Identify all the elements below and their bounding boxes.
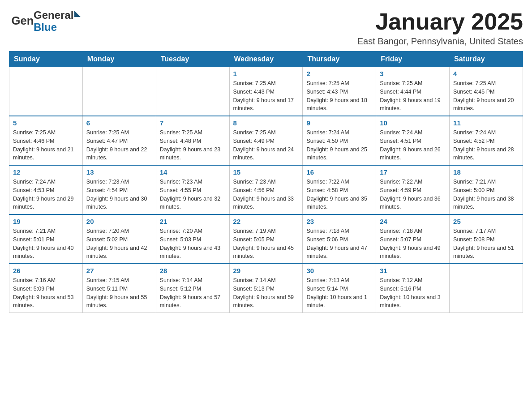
day-number: 29 bbox=[233, 267, 299, 274]
logo-block: General Blue bbox=[34, 9, 81, 33]
week-row-2: 5Sunrise: 7:25 AMSunset: 4:46 PMDaylight… bbox=[9, 116, 523, 165]
day-number: 28 bbox=[160, 267, 226, 274]
day-info: Sunrise: 7:18 AMSunset: 5:06 PMDaylight:… bbox=[306, 227, 372, 261]
calendar-cell-5-3: 28Sunrise: 7:14 AMSunset: 5:12 PMDayligh… bbox=[156, 264, 229, 313]
day-info: Sunrise: 7:16 AMSunset: 5:09 PMDaylight:… bbox=[13, 276, 79, 310]
day-number: 7 bbox=[160, 119, 226, 127]
day-info: Sunrise: 7:22 AMSunset: 4:58 PMDaylight:… bbox=[306, 178, 372, 211]
day-info: Sunrise: 7:18 AMSunset: 5:07 PMDaylight:… bbox=[380, 227, 446, 261]
header-tuesday: Tuesday bbox=[156, 51, 229, 67]
calendar-cell-3-6: 17Sunrise: 7:22 AMSunset: 4:59 PMDayligh… bbox=[376, 165, 450, 214]
day-number: 5 bbox=[13, 119, 79, 127]
day-number: 15 bbox=[233, 168, 299, 176]
calendar-cell-4-1: 19Sunrise: 7:21 AMSunset: 5:01 PMDayligh… bbox=[9, 214, 83, 264]
day-info: Sunrise: 7:14 AMSunset: 5:12 PMDaylight:… bbox=[160, 276, 226, 310]
header-saturday: Saturday bbox=[450, 51, 523, 67]
day-number: 24 bbox=[380, 218, 446, 225]
calendar-cell-2-7: 11Sunrise: 7:24 AMSunset: 4:52 PMDayligh… bbox=[450, 116, 523, 165]
calendar-cell-4-6: 24Sunrise: 7:18 AMSunset: 5:07 PMDayligh… bbox=[376, 214, 450, 264]
day-number: 1 bbox=[233, 70, 299, 77]
day-number: 21 bbox=[160, 218, 226, 225]
day-info: Sunrise: 7:23 AMSunset: 4:56 PMDaylight:… bbox=[233, 178, 299, 211]
day-number: 11 bbox=[453, 119, 519, 127]
logo-arrow-icon bbox=[74, 11, 81, 17]
calendar-table: Sunday Monday Tuesday Wednesday Thursday… bbox=[9, 51, 523, 313]
header-sunday: Sunday bbox=[9, 51, 83, 67]
day-info: Sunrise: 7:24 AMSunset: 4:53 PMDaylight:… bbox=[13, 178, 79, 211]
day-number: 13 bbox=[86, 168, 152, 176]
day-number: 6 bbox=[86, 119, 152, 127]
calendar-cell-3-7: 18Sunrise: 7:21 AMSunset: 5:00 PMDayligh… bbox=[450, 165, 523, 214]
day-number: 12 bbox=[13, 168, 79, 176]
day-info: Sunrise: 7:15 AMSunset: 5:11 PMDaylight:… bbox=[86, 276, 152, 310]
day-info: Sunrise: 7:25 AMSunset: 4:45 PMDaylight:… bbox=[453, 79, 519, 113]
header-wednesday: Wednesday bbox=[229, 51, 303, 67]
calendar-cell-2-2: 6Sunrise: 7:25 AMSunset: 4:47 PMDaylight… bbox=[82, 116, 156, 165]
day-number: 10 bbox=[380, 119, 446, 127]
calendar-cell-5-5: 30Sunrise: 7:13 AMSunset: 5:14 PMDayligh… bbox=[303, 264, 376, 313]
calendar-cell-1-5: 2Sunrise: 7:25 AMSunset: 4:43 PMDaylight… bbox=[303, 67, 376, 116]
day-info: Sunrise: 7:24 AMSunset: 4:52 PMDaylight:… bbox=[453, 128, 519, 162]
day-info: Sunrise: 7:20 AMSunset: 5:03 PMDaylight:… bbox=[160, 227, 226, 261]
title-block: January 2025 East Bangor, Pennsylvania, … bbox=[357, 9, 523, 47]
week-row-4: 19Sunrise: 7:21 AMSunset: 5:01 PMDayligh… bbox=[9, 214, 523, 264]
day-number: 18 bbox=[453, 168, 519, 176]
calendar-cell-5-1: 26Sunrise: 7:16 AMSunset: 5:09 PMDayligh… bbox=[9, 264, 83, 313]
day-number: 2 bbox=[306, 70, 372, 77]
calendar-cell-2-1: 5Sunrise: 7:25 AMSunset: 4:46 PMDaylight… bbox=[9, 116, 83, 165]
month-title: January 2025 bbox=[357, 9, 523, 34]
day-info: Sunrise: 7:25 AMSunset: 4:49 PMDaylight:… bbox=[233, 128, 299, 162]
day-info: Sunrise: 7:17 AMSunset: 5:08 PMDaylight:… bbox=[453, 227, 519, 261]
day-number: 9 bbox=[306, 119, 372, 127]
header-monday: Monday bbox=[82, 51, 156, 67]
calendar-cell-5-4: 29Sunrise: 7:14 AMSunset: 5:13 PMDayligh… bbox=[229, 264, 303, 313]
calendar-cell-2-6: 10Sunrise: 7:24 AMSunset: 4:51 PMDayligh… bbox=[376, 116, 450, 165]
day-info: Sunrise: 7:22 AMSunset: 4:59 PMDaylight:… bbox=[380, 178, 446, 211]
calendar-cell-1-2 bbox=[82, 67, 156, 116]
day-number: 16 bbox=[306, 168, 372, 176]
day-info: Sunrise: 7:20 AMSunset: 5:02 PMDaylight:… bbox=[86, 227, 152, 261]
logo: General General Blue bbox=[9, 9, 81, 34]
logo-blue-word: Blue bbox=[34, 21, 81, 33]
calendar-body: 1Sunrise: 7:25 AMSunset: 4:43 PMDaylight… bbox=[9, 67, 523, 313]
logo-general-text: General bbox=[34, 9, 81, 21]
day-info: Sunrise: 7:21 AMSunset: 5:01 PMDaylight:… bbox=[13, 227, 79, 261]
day-number: 26 bbox=[13, 267, 79, 274]
calendar-cell-3-3: 14Sunrise: 7:23 AMSunset: 4:55 PMDayligh… bbox=[156, 165, 229, 214]
day-info: Sunrise: 7:24 AMSunset: 4:50 PMDaylight:… bbox=[306, 128, 372, 162]
calendar-header: Sunday Monday Tuesday Wednesday Thursday… bbox=[9, 51, 523, 67]
day-info: Sunrise: 7:13 AMSunset: 5:14 PMDaylight:… bbox=[306, 276, 372, 310]
week-row-3: 12Sunrise: 7:24 AMSunset: 4:53 PMDayligh… bbox=[9, 165, 523, 214]
day-info: Sunrise: 7:12 AMSunset: 5:16 PMDaylight:… bbox=[380, 276, 446, 310]
svg-text:General: General bbox=[12, 14, 34, 27]
day-number: 23 bbox=[306, 218, 372, 225]
calendar-cell-3-2: 13Sunrise: 7:23 AMSunset: 4:54 PMDayligh… bbox=[82, 165, 156, 214]
calendar-cell-1-4: 1Sunrise: 7:25 AMSunset: 4:43 PMDaylight… bbox=[229, 67, 303, 116]
weekday-header-row: Sunday Monday Tuesday Wednesday Thursday… bbox=[9, 51, 523, 67]
calendar-cell-2-3: 7Sunrise: 7:25 AMSunset: 4:48 PMDaylight… bbox=[156, 116, 229, 165]
day-info: Sunrise: 7:25 AMSunset: 4:44 PMDaylight:… bbox=[380, 79, 446, 113]
day-info: Sunrise: 7:25 AMSunset: 4:48 PMDaylight:… bbox=[160, 128, 226, 162]
day-number: 25 bbox=[453, 218, 519, 225]
logo-icon: General bbox=[9, 9, 34, 34]
day-info: Sunrise: 7:21 AMSunset: 5:00 PMDaylight:… bbox=[453, 178, 519, 211]
location-title: East Bangor, Pennsylvania, United States bbox=[357, 36, 523, 47]
day-number: 27 bbox=[86, 267, 152, 274]
header-friday: Friday bbox=[376, 51, 450, 67]
day-number: 31 bbox=[380, 267, 446, 274]
day-info: Sunrise: 7:23 AMSunset: 4:55 PMDaylight:… bbox=[160, 178, 226, 211]
day-number: 14 bbox=[160, 168, 226, 176]
day-info: Sunrise: 7:24 AMSunset: 4:51 PMDaylight:… bbox=[380, 128, 446, 162]
day-info: Sunrise: 7:14 AMSunset: 5:13 PMDaylight:… bbox=[233, 276, 299, 310]
day-number: 17 bbox=[380, 168, 446, 176]
calendar-cell-1-1 bbox=[9, 67, 83, 116]
day-number: 19 bbox=[13, 218, 79, 225]
calendar-cell-3-4: 15Sunrise: 7:23 AMSunset: 4:56 PMDayligh… bbox=[229, 165, 303, 214]
day-number: 30 bbox=[306, 267, 372, 274]
day-info: Sunrise: 7:25 AMSunset: 4:46 PMDaylight:… bbox=[13, 128, 79, 162]
calendar-cell-1-7: 4Sunrise: 7:25 AMSunset: 4:45 PMDaylight… bbox=[450, 67, 523, 116]
page-header: General General Blue January 2025 East B… bbox=[9, 9, 523, 47]
calendar-cell-4-3: 21Sunrise: 7:20 AMSunset: 5:03 PMDayligh… bbox=[156, 214, 229, 264]
day-number: 20 bbox=[86, 218, 152, 225]
week-row-1: 1Sunrise: 7:25 AMSunset: 4:43 PMDaylight… bbox=[9, 67, 523, 116]
